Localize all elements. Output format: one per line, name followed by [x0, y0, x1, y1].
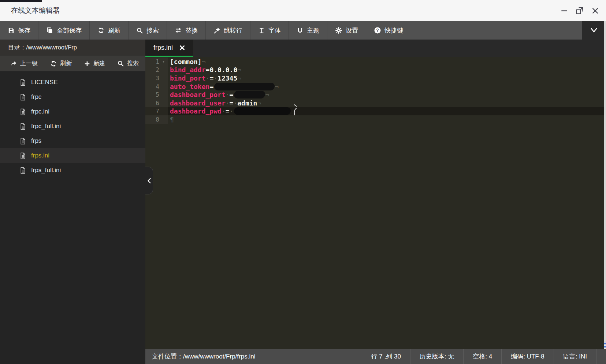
- line-number: 5: [145, 91, 159, 98]
- toolbar-button-search[interactable]: 搜索: [129, 21, 167, 40]
- save-icon: [8, 27, 15, 34]
- shortcuts-icon: ?: [374, 27, 381, 34]
- titlebar: 在线文本编辑器: [0, 0, 606, 21]
- token-plain: =: [209, 83, 213, 90]
- code-editor[interactable]: 1▾[common]¬2bind_addr=0.0.0.0¬3bind_port…: [145, 57, 606, 349]
- token-eol: ¬: [237, 66, 241, 74]
- maximize-button[interactable]: [575, 5, 585, 16]
- close-window-icon: [591, 7, 599, 15]
- page-title: 在线文本编辑器: [11, 6, 60, 15]
- token-plain: 12345: [218, 74, 237, 82]
- sidebar-collapse-handle[interactable]: [145, 167, 153, 194]
- corner-sliver: [0, 0, 42, 2]
- fold-arrow-icon[interactable]: ▾: [159, 59, 168, 64]
- token-key: auto_token: [170, 83, 209, 90]
- toolbar-button-label: 快捷键: [384, 26, 403, 35]
- save-all-icon: [46, 27, 53, 34]
- editor-panel: frps.ini 1▾[common]¬2bind_addr=0.0.0.0¬3…: [145, 40, 606, 364]
- file-item-frpc.ini[interactable]: frpc.ini: [0, 104, 145, 119]
- code-text: bind_addr=0.0.0.0¬: [168, 66, 606, 74]
- file-item-frpc_full.ini[interactable]: frpc_full.ini: [0, 119, 145, 134]
- toolbar-button-save-all[interactable]: 全部保存: [38, 21, 90, 40]
- line-number-gutter[interactable]: 6: [145, 99, 168, 107]
- sidebar-action-refresh[interactable]: 刷新: [50, 60, 72, 67]
- status-spaces[interactable]: 空格: 4: [463, 349, 501, 364]
- file-item-frps[interactable]: frps: [0, 134, 145, 148]
- line-number-gutter[interactable]: 2: [145, 66, 168, 74]
- toolbar-collapse-button[interactable]: [582, 21, 606, 40]
- file-list: LICENSEfrpcfrpc.inifrpc_full.inifrpsfrps…: [0, 72, 145, 364]
- search-icon: [136, 27, 143, 34]
- file-item-LICENSE[interactable]: LICENSE: [0, 75, 145, 90]
- toolbar-button-label: 设置: [346, 26, 358, 35]
- toolbar-button-refresh[interactable]: 刷新: [90, 21, 129, 40]
- file-icon: [19, 167, 26, 174]
- code-text: auto_token=¬: [168, 82, 606, 91]
- file-name: LICENSE: [31, 79, 58, 86]
- token-pilcrow: ¶: [170, 116, 174, 123]
- file-item-frps_full.ini[interactable]: frps_full.ini: [0, 163, 145, 178]
- line-number: 2: [145, 66, 159, 73]
- token-ws: ·: [213, 74, 218, 82]
- file-item-frpc[interactable]: frpc: [0, 90, 145, 104]
- scrollbar-grip[interactable]: [604, 342, 606, 349]
- toolbar-button-theme[interactable]: 主题: [289, 21, 327, 40]
- file-item-frps.ini[interactable]: frps.ini: [0, 148, 145, 163]
- code-line-5: 5dashboard_port·=¬: [145, 90, 606, 99]
- sidebar-action-label: 搜索: [127, 60, 139, 67]
- sidebar-action-search[interactable]: 搜索: [117, 60, 139, 67]
- toolbar-button-replace[interactable]: 替换: [167, 21, 206, 40]
- token-key: dashboard_user: [170, 99, 226, 107]
- goto-line-icon: [213, 27, 220, 34]
- up-level-icon: [10, 60, 17, 67]
- theme-icon: [297, 27, 304, 34]
- code-line-8: 8¶: [145, 115, 606, 124]
- token-plain: =: [230, 91, 234, 99]
- status-history-version[interactable]: 历史版本: 无: [410, 349, 463, 364]
- chevron-left-icon: [147, 178, 151, 184]
- maximize-icon: [575, 6, 584, 15]
- minimize-icon: [560, 7, 568, 15]
- line-number-gutter[interactable]: 3: [145, 74, 168, 82]
- toolbar-button-font[interactable]: 字体: [250, 21, 289, 40]
- sidebar-action-new[interactable]: 新建: [84, 60, 105, 67]
- line-number: 8: [145, 116, 159, 123]
- toolbar-button-goto-line[interactable]: 跳转行: [206, 21, 250, 40]
- toolbar-button-save[interactable]: 保存: [0, 21, 38, 40]
- file-icon: [19, 123, 26, 130]
- toolbar-button-label: 保存: [18, 26, 30, 35]
- tab-frps-ini[interactable]: frps.ini: [145, 40, 193, 57]
- file-icon: [19, 137, 26, 145]
- page-scrollbar[interactable]: [604, 21, 606, 349]
- code-line-7: 7dashboard_pwd·=·: [145, 107, 606, 116]
- font-icon: [258, 27, 265, 34]
- code-line-3: 3bind_port·=·12345¬: [145, 74, 606, 82]
- close-button[interactable]: [590, 5, 600, 16]
- code-text: bind_port·=·12345¬: [168, 74, 606, 82]
- token-eol: ¬: [257, 99, 261, 107]
- directory-path: 目录：/www/wwwroot/Frp: [0, 40, 145, 56]
- status-encoding[interactable]: 编码: UTF-8: [501, 349, 554, 364]
- line-number-gutter[interactable]: 4: [145, 82, 168, 91]
- line-number-gutter[interactable]: 7: [145, 107, 168, 116]
- line-number-gutter[interactable]: 1▾: [145, 57, 168, 66]
- status-cursor-position[interactable]: 行 7 ,列 30: [362, 349, 410, 364]
- line-number-gutter[interactable]: 8: [145, 115, 168, 124]
- token-ws: ·: [206, 74, 210, 82]
- token-plain: =: [209, 74, 213, 82]
- chevron-down-icon: [589, 26, 599, 34]
- file-name: frps: [31, 137, 41, 145]
- toolbar-button-shortcuts[interactable]: ?快捷键: [366, 21, 411, 40]
- toolbar-button-settings[interactable]: 设置: [327, 21, 366, 40]
- code-text: dashboard_port·=¬: [168, 90, 606, 99]
- close-icon[interactable]: [179, 45, 185, 51]
- window-controls: [559, 0, 600, 21]
- file-sidebar: 目录：/www/wwwroot/Frp 上一级刷新新建搜索 LICENSEfrp…: [0, 40, 145, 364]
- token-ws: ·: [233, 99, 237, 107]
- status-language[interactable]: 语言: INI: [554, 349, 596, 364]
- sidebar-action-up-level[interactable]: 上一级: [10, 60, 38, 67]
- code-text: ¶: [168, 115, 606, 124]
- line-number-gutter[interactable]: 5: [145, 90, 168, 99]
- file-name: frpc_full.ini: [31, 123, 61, 130]
- minimize-button[interactable]: [559, 5, 569, 16]
